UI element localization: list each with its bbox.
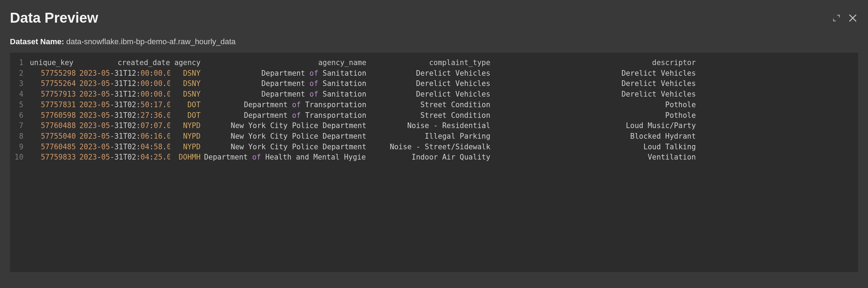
cell: 57759833: [30, 152, 76, 163]
cell: 57755040: [30, 131, 76, 142]
cell: Blocked Hydrant: [490, 131, 696, 142]
cell: Department of Transportation: [201, 100, 366, 110]
column-header: agency_name: [201, 58, 366, 68]
cell: 57757913: [30, 89, 76, 100]
cell: New York City Police Department: [201, 142, 366, 152]
cell: Ventilation: [490, 152, 696, 163]
line-number: 2: [10, 68, 30, 79]
cell: Derelict Vehicles: [490, 68, 696, 79]
cell: Derelict Vehicles: [366, 79, 490, 89]
cell: Pothole: [490, 100, 696, 110]
cell: Indoor Air Quality: [366, 152, 490, 163]
data-table: 1unique_keycreated_dateagencyagency_name…: [10, 58, 858, 163]
line-number: 10: [10, 152, 30, 163]
table-row: 9577604852023-05-31T02:04:58.000NYPDNew …: [10, 142, 858, 152]
table-row: 5577578312023-05-31T02:50:17.000DOTDepar…: [10, 100, 858, 110]
cell: 57760485: [30, 142, 76, 152]
table-row: 3577552642023-05-31T12:00:00.000DSNYDepa…: [10, 79, 858, 89]
cell: New York City Police Department: [201, 121, 366, 131]
cell: 2023-05-31T02:50:17.000: [76, 100, 170, 110]
line-number: 7: [10, 121, 30, 131]
cell: 57755264: [30, 79, 76, 89]
cell: NYPD: [170, 142, 201, 152]
cell: Street Condition: [366, 100, 490, 110]
table-row: 6577605982023-05-31T02:27:36.000DOTDepar…: [10, 110, 858, 121]
cell: Department of Health and Mental Hygiene: [201, 152, 366, 163]
cell: Noise - Street/Sidewalk: [366, 142, 490, 152]
cell: 2023-05-31T02:04:25.000: [76, 152, 170, 163]
column-header: unique_key: [30, 58, 76, 68]
dataset-name-label: Dataset Name:: [10, 37, 64, 46]
cell: 2023-05-31T12:00:00.000: [76, 79, 170, 89]
header-actions: [833, 13, 858, 23]
cell: Department of Sanitation: [201, 89, 366, 100]
column-header: agency: [170, 58, 201, 68]
line-number: 8: [10, 131, 30, 142]
table-row: 10577598332023-05-31T02:04:25.000DOHMHDe…: [10, 152, 858, 163]
data-preview-panel: 1unique_keycreated_dateagencyagency_name…: [10, 53, 858, 272]
cell: Derelict Vehicles: [366, 89, 490, 100]
cell: Pothole: [490, 110, 696, 121]
header-row: 1unique_keycreated_dateagencyagency_name…: [10, 58, 858, 68]
cell: 57755298: [30, 68, 76, 79]
dataset-name-value: data-snowflake.ibm-bp-demo-af.raw_hourly…: [66, 37, 236, 46]
cell: NYPD: [170, 131, 201, 142]
cell: DSNY: [170, 89, 201, 100]
cell: DOT: [170, 110, 201, 121]
page-title: Data Preview: [10, 10, 98, 26]
table-row: 8577550402023-05-31T02:06:16.000NYPDNew …: [10, 131, 858, 142]
cell: DOT: [170, 100, 201, 110]
line-number: 1: [10, 58, 30, 68]
cell: 57760598: [30, 110, 76, 121]
dataset-name-line: Dataset Name: data-snowflake.ibm-bp-demo…: [10, 37, 858, 46]
cell: 57757831: [30, 100, 76, 110]
cell: Loud Music/Party: [490, 121, 696, 131]
cell: Street Condition: [366, 110, 490, 121]
line-number: 6: [10, 110, 30, 121]
cell: Derelict Vehicles: [366, 68, 490, 79]
cell: New York City Police Department: [201, 131, 366, 142]
column-header: created_date: [76, 58, 170, 68]
line-number: 5: [10, 100, 30, 110]
cell: 2023-05-31T02:04:58.000: [76, 142, 170, 152]
table-row: 2577552982023-05-31T12:00:00.000DSNYDepa…: [10, 68, 858, 79]
cell: 57760488: [30, 121, 76, 131]
cell: 2023-05-31T02:06:16.000: [76, 131, 170, 142]
cell: Department of Transportation: [201, 110, 366, 121]
table-row: 4577579132023-05-31T12:00:00.000DSNYDepa…: [10, 89, 858, 100]
cell: 2023-05-31T12:00:00.000: [76, 89, 170, 100]
header: Data Preview: [10, 10, 858, 26]
cell: Loud Talking: [490, 142, 696, 152]
cell: Noise - Residential: [366, 121, 490, 131]
cell: Derelict Vehicles: [490, 89, 696, 100]
column-header: descriptor: [490, 58, 696, 68]
cell: 2023-05-31T02:07:07.000: [76, 121, 170, 131]
line-number: 3: [10, 79, 30, 89]
table-row: 7577604882023-05-31T02:07:07.000NYPDNew …: [10, 121, 858, 131]
cell: DSNY: [170, 68, 201, 79]
cell: Department of Sanitation: [201, 68, 366, 79]
cell: DSNY: [170, 79, 201, 89]
cell: 2023-05-31T12:00:00.000: [76, 68, 170, 79]
cell: Illegal Parking: [366, 131, 490, 142]
cell: NYPD: [170, 121, 201, 131]
close-icon[interactable]: [847, 13, 858, 23]
expand-icon[interactable]: [833, 14, 840, 22]
line-number: 9: [10, 142, 30, 152]
cell: DOHMH: [170, 152, 201, 163]
line-number: 4: [10, 89, 30, 100]
cell: 2023-05-31T02:27:36.000: [76, 110, 170, 121]
column-header: complaint_type: [366, 58, 490, 68]
cell: Derelict Vehicles: [490, 79, 696, 89]
cell: Department of Sanitation: [201, 79, 366, 89]
